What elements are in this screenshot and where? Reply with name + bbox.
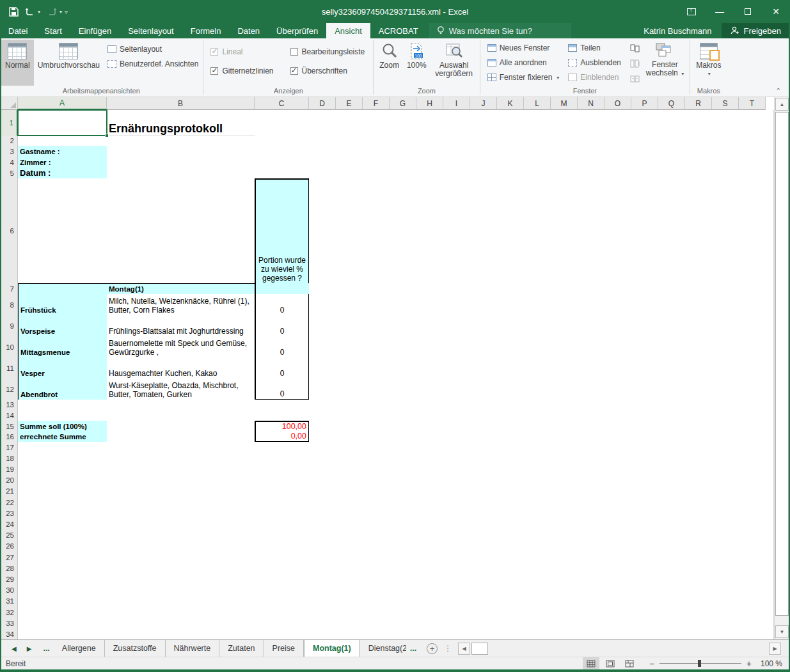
cell-M30[interactable] xyxy=(551,585,578,597)
cell-I20[interactable] xyxy=(443,475,471,487)
tab-start[interactable]: Start xyxy=(36,23,70,38)
cell-S21[interactable] xyxy=(712,486,739,497)
cell-K16[interactable] xyxy=(497,432,525,442)
cell-L1[interactable] xyxy=(524,110,551,136)
cell-O27[interactable] xyxy=(604,552,632,563)
cell-H29[interactable] xyxy=(416,574,444,585)
cell-M3[interactable] xyxy=(551,146,578,157)
cell-P27[interactable] xyxy=(631,552,659,563)
cell-F21[interactable] xyxy=(363,486,390,497)
tab-daten[interactable]: Daten xyxy=(229,23,268,38)
cell-T33[interactable] xyxy=(739,618,766,629)
cell-B10[interactable]: Bauernomelette mit Speck und Gemüse, Gew… xyxy=(107,336,255,358)
column-header-J[interactable]: J xyxy=(470,97,497,110)
cell-C27[interactable] xyxy=(255,552,310,563)
cell-O12[interactable] xyxy=(604,379,632,400)
cell-E21[interactable] xyxy=(336,486,363,497)
cell-x11[interactable] xyxy=(766,357,774,379)
cell-D33[interactable] xyxy=(309,618,336,629)
cell-M4[interactable] xyxy=(551,157,578,168)
cell-S14[interactable] xyxy=(712,410,739,421)
redo-button[interactable] xyxy=(47,8,57,16)
cell-J13[interactable] xyxy=(470,400,498,410)
cell-F18[interactable] xyxy=(363,453,390,464)
cell-B1[interactable]: Ernährungsprotokoll xyxy=(107,110,255,136)
cell-A23[interactable] xyxy=(18,508,107,519)
cell-M19[interactable] xyxy=(551,464,578,475)
normal-view-shortcut[interactable] xyxy=(583,657,599,669)
cell-L4[interactable] xyxy=(524,157,551,168)
cell-C8[interactable]: 0 xyxy=(255,294,310,316)
cell-R5[interactable] xyxy=(685,168,713,179)
cell-H23[interactable] xyxy=(416,508,444,519)
cell-D16[interactable] xyxy=(309,432,336,442)
cell-B3[interactable] xyxy=(107,146,255,157)
cell-A18[interactable] xyxy=(18,453,107,464)
cell-O25[interactable] xyxy=(604,530,632,542)
cell-O30[interactable] xyxy=(604,585,632,597)
row-header-12[interactable]: 12 xyxy=(0,379,18,400)
cell-I12[interactable] xyxy=(443,379,471,400)
column-header-N[interactable]: N xyxy=(578,97,604,110)
cell-A34[interactable] xyxy=(18,629,107,639)
cell-P10[interactable] xyxy=(631,336,659,358)
cell-B28[interactable] xyxy=(107,563,255,574)
cell-O14[interactable] xyxy=(604,410,632,421)
cell-E23[interactable] xyxy=(336,508,363,519)
cell-A14[interactable] xyxy=(18,410,107,421)
cell-K6[interactable] xyxy=(497,178,525,284)
cell-D34[interactable] xyxy=(309,629,336,639)
cell-R10[interactable] xyxy=(685,336,713,358)
cell-J23[interactable] xyxy=(470,508,498,519)
cell-Q11[interactable] xyxy=(658,357,686,379)
cell-A4[interactable]: Zimmer : xyxy=(18,157,107,168)
cell-L2[interactable] xyxy=(524,136,551,146)
cell-J21[interactable] xyxy=(470,486,498,497)
cell-L32[interactable] xyxy=(524,607,551,618)
cell-O21[interactable] xyxy=(604,486,632,497)
cell-A32[interactable] xyxy=(18,607,107,618)
cell-G24[interactable] xyxy=(390,519,417,530)
view-side-by-side-icon[interactable] xyxy=(630,44,640,54)
cell-H21[interactable] xyxy=(416,486,444,497)
cell-D25[interactable] xyxy=(309,530,336,542)
cell-S23[interactable] xyxy=(712,508,739,519)
cell-x30[interactable] xyxy=(766,585,774,597)
cell-C24[interactable] xyxy=(255,519,310,530)
cell-D19[interactable] xyxy=(309,464,336,475)
cell-I17[interactable] xyxy=(443,442,471,453)
cell-O9[interactable] xyxy=(604,315,632,337)
cell-Q17[interactable] xyxy=(658,442,686,453)
cell-J20[interactable] xyxy=(470,475,498,487)
cell-K21[interactable] xyxy=(497,486,525,497)
column-header-M[interactable]: M xyxy=(551,97,578,110)
cell-E12[interactable] xyxy=(336,379,363,400)
cell-H18[interactable] xyxy=(416,453,444,464)
cell-M16[interactable] xyxy=(551,432,578,442)
cell-G11[interactable] xyxy=(390,357,417,379)
cell-Q29[interactable] xyxy=(658,574,686,585)
cell-L29[interactable] xyxy=(524,574,551,585)
cell-D8[interactable] xyxy=(309,294,336,316)
column-header-H[interactable]: H xyxy=(416,97,443,110)
cell-x31[interactable] xyxy=(766,596,774,607)
cell-Q2[interactable] xyxy=(658,136,686,146)
column-header-K[interactable]: K xyxy=(497,97,524,110)
sheet-tab-allergene[interactable]: Allergene xyxy=(54,640,105,657)
sheet-tab-zutaten[interactable]: Zutaten xyxy=(219,640,264,657)
cell-N22[interactable] xyxy=(578,497,605,508)
cell-Q18[interactable] xyxy=(658,453,686,464)
row-header-14[interactable]: 14 xyxy=(0,410,18,421)
cell-D13[interactable] xyxy=(309,400,336,410)
cell-K22[interactable] xyxy=(497,497,525,508)
cell-Q23[interactable] xyxy=(658,508,686,519)
cell-F33[interactable] xyxy=(363,618,390,629)
cell-I15[interactable] xyxy=(443,421,471,432)
cell-F5[interactable] xyxy=(363,168,390,179)
cell-C2[interactable] xyxy=(255,136,310,146)
row-header-34[interactable]: 34 xyxy=(0,629,18,639)
cell-L19[interactable] xyxy=(524,464,551,475)
cell-P30[interactable] xyxy=(631,585,659,597)
vertical-scrollbar[interactable]: ▲ ▼ xyxy=(774,97,789,639)
cell-P16[interactable] xyxy=(631,432,659,442)
